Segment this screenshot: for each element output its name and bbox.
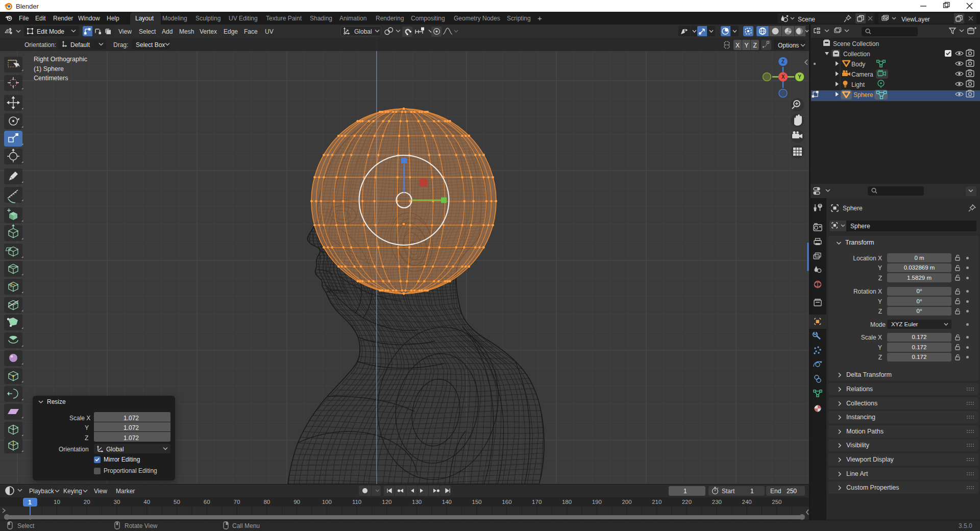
svg-text:130: 130 — [412, 499, 422, 505]
svg-text:20: 20 — [84, 499, 90, 505]
svg-text:110: 110 — [352, 499, 361, 505]
svg-text:150: 150 — [472, 499, 482, 505]
svg-text:80: 80 — [263, 499, 270, 505]
svg-text:210: 210 — [652, 499, 662, 505]
svg-text:190: 190 — [592, 499, 602, 505]
svg-text:30: 30 — [114, 499, 120, 505]
svg-text:140: 140 — [442, 499, 452, 505]
svg-text:40: 40 — [143, 499, 150, 505]
svg-text:100: 100 — [322, 499, 332, 505]
svg-text:250: 250 — [772, 499, 781, 505]
svg-text:200: 200 — [622, 499, 631, 505]
svg-text:170: 170 — [532, 499, 542, 505]
svg-text:90: 90 — [293, 499, 300, 505]
svg-text:60: 60 — [204, 499, 210, 505]
svg-text:120: 120 — [382, 499, 391, 505]
svg-text:10: 10 — [54, 499, 60, 505]
svg-text:240: 240 — [742, 499, 752, 505]
svg-text:230: 230 — [712, 499, 722, 505]
svg-text:180: 180 — [562, 499, 572, 505]
svg-text:Z: Z — [781, 59, 785, 64]
svg-text:50: 50 — [174, 499, 180, 505]
svg-text:X: X — [781, 74, 785, 80]
svg-text:220: 220 — [682, 499, 692, 505]
svg-text:160: 160 — [502, 499, 511, 505]
svg-text:70: 70 — [234, 499, 240, 505]
svg-text:Y: Y — [798, 74, 801, 80]
